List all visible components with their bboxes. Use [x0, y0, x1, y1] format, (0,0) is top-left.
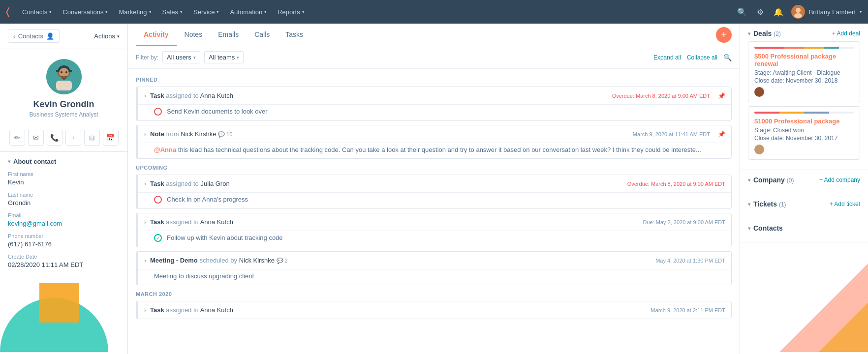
field-phone: Phone number (617) 617-6176 [8, 233, 120, 248]
add-ticket-button[interactable]: + Add ticket [830, 201, 860, 207]
chevron-down-icon: ▾ [264, 9, 267, 14]
add-activity-plus-button[interactable]: + [716, 27, 732, 43]
company-section: ▾ Company (0) + Add company [740, 170, 868, 194]
chevron-down-icon: ▾ [302, 9, 305, 14]
activity-item-header[interactable]: › Task assigned to Anna Kutch March 9, 2… [138, 301, 731, 319]
nav-items: Contacts ▾ Conversations ▾ Marketing ▾ S… [17, 5, 735, 19]
upcoming-section-label: Upcoming [136, 165, 732, 171]
activity-item-note1: › Note from Nick Kirshke 💬 10 March 9, 2… [136, 125, 732, 159]
nav-service[interactable]: Service ▾ [188, 5, 224, 19]
about-contact-toggle[interactable]: ▾ About contact [8, 158, 120, 165]
tab-calls[interactable]: Calls [247, 24, 278, 46]
deals-section-toggle[interactable]: ▾ Deals (2) [748, 30, 781, 37]
activity-search-icon[interactable]: 🔍 [723, 54, 732, 61]
add-deal-button[interactable]: + Add deal [832, 30, 860, 37]
svg-point-11 [59, 68, 69, 78]
deals-section-header: ▾ Deals (2) + Add deal [748, 30, 860, 37]
activity-item-task2: › Task assigned to Julia Gron Overdue: M… [136, 175, 732, 209]
contact-name: Kevin Grondin [33, 99, 94, 110]
search-icon[interactable]: 🔍 [735, 5, 749, 19]
pin-icon: 📌 [718, 131, 725, 138]
activity-item-header[interactable]: › Task assigned to Anna Kutch Overdue: M… [138, 87, 731, 104]
all-users-filter[interactable]: All users ▾ [162, 51, 200, 63]
nav-reports[interactable]: Reports ▾ [273, 5, 310, 19]
collapse-all-button[interactable]: Collapse all [687, 54, 717, 61]
edit-contact-button[interactable]: ✏ [9, 130, 25, 146]
tickets-section-header: ▾ Tickets (1) + Add ticket [748, 200, 860, 208]
progress-seg-3 [804, 47, 824, 49]
deal-owner-avatar-2 [754, 145, 764, 154]
calendar-button[interactable]: 📅 [103, 130, 119, 146]
tab-emails[interactable]: Emails [210, 24, 247, 46]
pin-icon: 📌 [718, 92, 725, 99]
nav-marketing[interactable]: Marketing ▾ [114, 5, 156, 19]
back-to-contacts-button[interactable]: ‹ Contacts 👤 [8, 30, 60, 43]
tab-notes[interactable]: Notes [177, 24, 211, 46]
tickets-section-toggle[interactable]: ▾ Tickets (1) [748, 200, 786, 208]
contacts-section: ▾ Contacts [740, 218, 868, 242]
activity-feed: Pinned › Task assigned to Anna Kutch Ove… [128, 69, 740, 354]
chevron-down-icon: ▾ [748, 202, 750, 207]
progress-seg2-3 [804, 112, 829, 114]
chevron-right-icon: › [144, 219, 146, 226]
activity-item-header[interactable]: › Meeting - Demo scheduled by Nick Kirsh… [138, 252, 731, 269]
deal-card-2: $1000 Professional package Stage: Closed… [748, 106, 860, 160]
deal-name-1[interactable]: $500 Professional package renewal [754, 53, 854, 67]
progress-seg2-2 [779, 112, 805, 114]
nav-conversations[interactable]: Conversations ▾ [58, 5, 113, 19]
nav-contacts[interactable]: Contacts ▾ [17, 5, 57, 19]
chevron-down-icon: ▾ [237, 55, 239, 60]
deal-stage-2: Stage: Closed won [754, 127, 854, 134]
chevron-down-icon: ▾ [49, 9, 52, 14]
notifications-icon[interactable]: 🔔 [772, 5, 785, 19]
tab-activity[interactable]: Activity [136, 24, 177, 46]
contacts-section-toggle[interactable]: ▾ Contacts [748, 224, 783, 232]
top-nav: 〈 Contacts ▾ Conversations ▾ Marketing ▾… [0, 0, 868, 24]
tab-tasks[interactable]: Tasks [278, 24, 311, 46]
nav-automation[interactable]: Automation ▾ [225, 5, 272, 19]
contacts-section-header: ▾ Contacts [748, 224, 860, 232]
contact-profile: Kevin Grondin Business Systems Analyst [0, 49, 127, 124]
svg-point-13 [65, 71, 67, 73]
main-layout: ‹ Contacts 👤 Actions ▾ [0, 24, 868, 354]
deal-card-1: $500 Professional package renewal Stage:… [748, 41, 860, 102]
company-section-toggle[interactable]: ▾ Company (0) [748, 176, 794, 184]
march-section-label: March 2020 [136, 291, 732, 297]
progress-seg-2 [784, 47, 804, 49]
center-panel: Activity Notes Emails Calls Tasks + Filt… [128, 24, 740, 354]
progress-seg2-4 [829, 112, 854, 114]
left-panel: ‹ Contacts 👤 Actions ▾ [0, 24, 128, 354]
email-button[interactable]: ✉ [28, 130, 44, 146]
screen-share-button[interactable]: ⊡ [84, 130, 100, 146]
call-button[interactable]: 📞 [47, 130, 62, 146]
filter-actions: Expand all Collapse all 🔍 [653, 54, 732, 61]
nav-sales[interactable]: Sales ▾ [157, 5, 188, 19]
settings-icon[interactable]: ⚙ [755, 5, 766, 19]
task-status-done-icon [154, 234, 162, 242]
contact-title: Business Systems Analyst [29, 111, 98, 118]
user-name: Brittany Lambert [809, 8, 856, 16]
deals-section: ▾ Deals (2) + Add deal $500 Profe [740, 24, 868, 170]
all-teams-filter[interactable]: All teams ▾ [204, 51, 244, 63]
activity-item-header[interactable]: › Note from Nick Kirshke 💬 10 March 9, 2… [138, 125, 731, 143]
activity-item-header[interactable]: › Task assigned to Julia Gron Overdue: M… [138, 175, 731, 192]
contact-actions-row: ✏ ✉ 📞 + ⊡ 📅 [0, 130, 127, 152]
add-activity-button[interactable]: + [65, 130, 81, 146]
chevron-down-icon: ▾ [180, 9, 183, 14]
chevron-left-icon: ‹ [13, 33, 15, 39]
activity-item-meeting1: › Meeting - Demo scheduled by Nick Kirsh… [136, 251, 732, 285]
task-status-overdue-icon [154, 196, 162, 204]
actions-button[interactable]: Actions ▾ [94, 32, 120, 40]
chevron-right-icon: › [144, 307, 146, 314]
expand-all-button[interactable]: Expand all [653, 54, 681, 61]
progress-seg-4 [824, 47, 838, 49]
activity-item-header[interactable]: › Task assigned to Anna Kutch Due: May 2… [138, 213, 731, 231]
chevron-right-icon: › [144, 131, 146, 138]
deal-name-2[interactable]: $1000 Professional package [754, 118, 854, 125]
deal-progress-bar [754, 47, 854, 49]
activity-item-task4: › Task assigned to Anna Kutch March 9, 2… [136, 301, 732, 319]
chevron-down-icon: ▾ [105, 9, 108, 14]
add-company-button[interactable]: + Add company [819, 177, 860, 183]
progress-seg-5 [839, 47, 854, 49]
user-menu[interactable]: Brittany Lambert ▾ [791, 5, 862, 19]
